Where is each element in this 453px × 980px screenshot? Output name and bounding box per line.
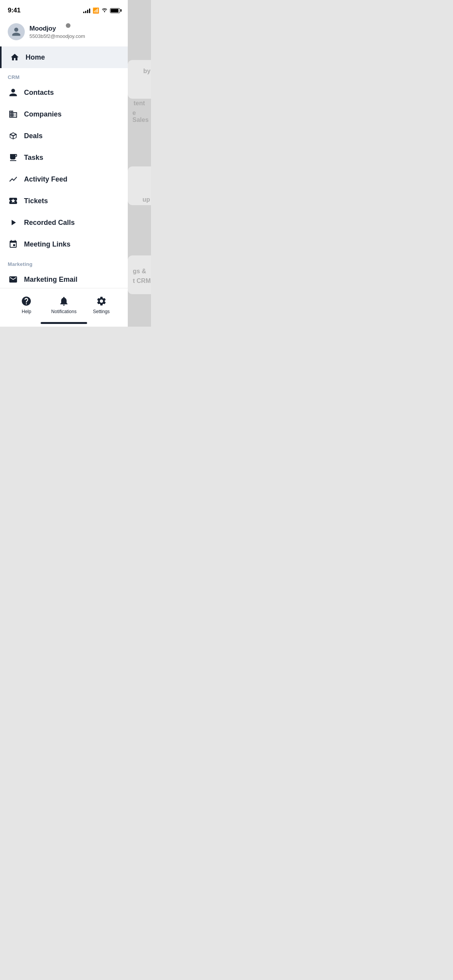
activity-feed-label: Activity Feed bbox=[24, 175, 67, 183]
sidebar-item-meeting-links[interactable]: Meeting Links bbox=[0, 233, 128, 255]
nav-section: Home CRM Contacts Companies bbox=[0, 46, 128, 288]
dot-indicator bbox=[66, 23, 70, 28]
sidebar-item-contacts[interactable]: Contacts bbox=[0, 82, 128, 103]
sidebar-item-activity-feed[interactable]: Activity Feed bbox=[0, 168, 128, 190]
signal-bar-1 bbox=[83, 12, 84, 13]
tasks-label: Tasks bbox=[24, 154, 43, 162]
sidebar-item-marketing-email[interactable]: Marketing Email bbox=[0, 269, 128, 288]
home-icon bbox=[9, 52, 20, 63]
marketing-email-label: Marketing Email bbox=[24, 276, 77, 284]
signal-bar-3 bbox=[87, 10, 88, 13]
avatar bbox=[8, 23, 25, 40]
sidebar-item-deals[interactable]: Deals bbox=[0, 125, 128, 147]
settings-label: Settings bbox=[93, 309, 110, 314]
bg-text-crm: t CRM bbox=[133, 278, 151, 284]
wifi-icon-svg bbox=[101, 8, 108, 13]
sidebar-item-home[interactable]: Home bbox=[0, 46, 128, 68]
screen: by tent e Sales up gs & t CRM 9:41 📶 bbox=[0, 0, 151, 327]
bg-text-tent: tent bbox=[134, 100, 145, 107]
section-crm: CRM bbox=[0, 71, 128, 82]
profile-area[interactable]: Moodjoy 5503b5f2@moodjoy.com bbox=[0, 19, 128, 46]
bottom-item-help[interactable]: Help bbox=[8, 295, 45, 314]
profile-email: 5503b5f2@moodjoy.com bbox=[29, 33, 85, 39]
bg-text-by: by bbox=[143, 68, 151, 75]
home-bar bbox=[41, 322, 87, 324]
recorded-calls-label: Recorded Calls bbox=[24, 219, 75, 227]
sidebar-item-companies[interactable]: Companies bbox=[0, 103, 128, 125]
meeting-links-label: Meeting Links bbox=[24, 240, 70, 248]
signal-bars-icon bbox=[83, 8, 90, 13]
spacer-1 bbox=[0, 255, 128, 258]
sidebar: 9:41 📶 bbox=[0, 0, 128, 327]
meeting-links-icon bbox=[8, 239, 19, 250]
bg-text-gs: gs & bbox=[133, 268, 146, 275]
bottom-item-settings[interactable]: Settings bbox=[82, 295, 120, 314]
help-icon bbox=[20, 295, 33, 307]
section-marketing: Marketing bbox=[0, 258, 128, 269]
profile-info: Moodjoy 5503b5f2@moodjoy.com bbox=[29, 25, 85, 39]
settings-icon bbox=[95, 295, 108, 307]
wifi-icon: 📶 bbox=[93, 7, 99, 14]
status-time: 9:41 bbox=[8, 7, 21, 14]
notifications-label: Notifications bbox=[51, 309, 76, 314]
marketing-email-icon bbox=[8, 274, 19, 285]
notifications-icon bbox=[58, 295, 70, 307]
help-label: Help bbox=[22, 309, 31, 314]
activity-feed-icon bbox=[8, 174, 19, 185]
bg-text-up: up bbox=[142, 196, 150, 203]
sidebar-item-recorded-calls[interactable]: Recorded Calls bbox=[0, 212, 128, 233]
recorded-calls-icon bbox=[8, 217, 19, 228]
home-indicator bbox=[0, 319, 128, 327]
home-label: Home bbox=[26, 53, 45, 62]
profile-name: Moodjoy bbox=[29, 25, 85, 33]
bg-text-sales: e Sales bbox=[132, 110, 151, 123]
companies-icon bbox=[8, 109, 19, 120]
tickets-label: Tickets bbox=[24, 197, 48, 205]
signal-bar-4 bbox=[89, 9, 90, 13]
deals-icon bbox=[8, 130, 19, 141]
bottom-item-notifications[interactable]: Notifications bbox=[45, 295, 83, 314]
battery-icon bbox=[110, 8, 120, 13]
bg-card-3 bbox=[128, 255, 151, 294]
contacts-icon bbox=[8, 87, 19, 98]
status-bar: 9:41 📶 bbox=[0, 0, 128, 19]
tickets-icon bbox=[8, 195, 19, 206]
sidebar-item-tasks[interactable]: Tasks bbox=[0, 147, 128, 168]
signal-bar-2 bbox=[85, 11, 86, 13]
deals-label: Deals bbox=[24, 132, 43, 140]
bg-card-1 bbox=[128, 60, 151, 99]
companies-label: Companies bbox=[24, 110, 62, 118]
status-icons: 📶 bbox=[83, 7, 120, 14]
tasks-icon bbox=[8, 152, 19, 163]
battery-fill bbox=[111, 9, 118, 12]
user-icon bbox=[11, 27, 21, 37]
contacts-label: Contacts bbox=[24, 89, 54, 97]
sidebar-item-tickets[interactable]: Tickets bbox=[0, 190, 128, 212]
bottom-bar: Help Notifications Settings bbox=[0, 288, 128, 319]
